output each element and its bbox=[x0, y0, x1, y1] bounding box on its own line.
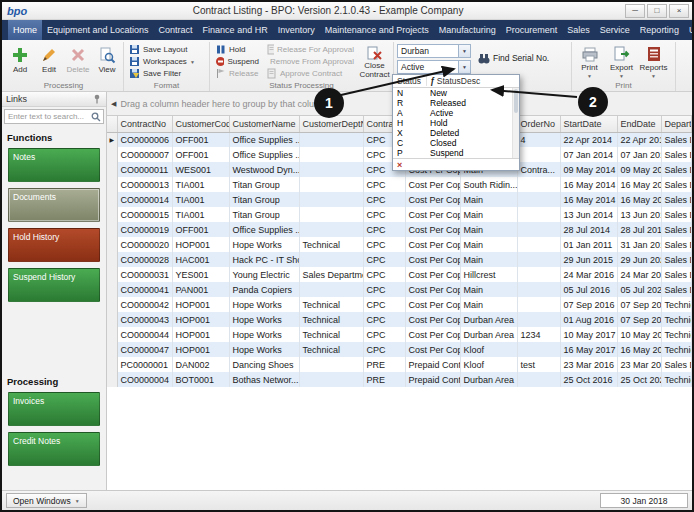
collapse-panel-arrow-icon[interactable]: ◀ bbox=[111, 100, 116, 108]
search-icon[interactable] bbox=[91, 112, 101, 122]
cell-contracttypedesc: Cost Per Copy bbox=[405, 177, 460, 192]
table-row[interactable]: PC0000001 DAN002 Dancing Shoes PRE Prepa… bbox=[107, 357, 692, 372]
table-row[interactable]: CO0000028 HAC001 Hack PC - IT Shop CPC C… bbox=[107, 252, 692, 267]
cell-enddate: 22 Apr 2019 bbox=[617, 132, 661, 147]
tab-contract[interactable]: Contract bbox=[154, 20, 198, 40]
cell-location: Main bbox=[460, 237, 517, 252]
ribbon-tab-bar: Home Equipment and Locations Contract Fi… bbox=[2, 20, 692, 40]
table-row[interactable]: CO0000047 HOP001 Hope Works Technical CP… bbox=[107, 342, 692, 357]
sidebar-item-suspend-history[interactable]: Suspend History bbox=[8, 268, 100, 302]
chevron-down-icon: ▼ bbox=[651, 73, 656, 79]
cell-customercode: HOP001 bbox=[172, 237, 229, 252]
sidebar-item-notes[interactable]: Notes bbox=[8, 148, 100, 182]
column-header-enddate[interactable]: EndDate bbox=[617, 116, 661, 132]
cell-enddate: 28 Jul 2019 bbox=[617, 222, 661, 237]
cell-customercode: WES001 bbox=[172, 162, 229, 177]
workspaces-button[interactable]: Workspaces ▼ bbox=[127, 56, 197, 67]
print-button[interactable]: Print ▼ bbox=[575, 44, 604, 79]
open-windows-button[interactable]: Open Windows ▼ bbox=[6, 493, 87, 508]
column-header-customerdeptname[interactable]: CustomerDeptName bbox=[299, 116, 363, 132]
cell-startdate: 05 Jul 2016 bbox=[560, 282, 617, 297]
site-combo[interactable]: Durban ▼ bbox=[397, 44, 471, 58]
close-button[interactable]: × bbox=[669, 4, 689, 18]
column-header-orderno[interactable]: OrderNo bbox=[517, 116, 560, 132]
cell-location: Main bbox=[460, 252, 517, 267]
status-column-header[interactable]: Status bbox=[393, 76, 427, 86]
edit-button[interactable]: Edit bbox=[36, 44, 62, 79]
row-indicator-cell bbox=[107, 147, 117, 162]
table-row[interactable]: CO0000019 OFF001 Office Supplies ... CPC… bbox=[107, 222, 692, 237]
cell-department: Sales De... bbox=[661, 132, 692, 147]
status-option[interactable]: X Deleted bbox=[393, 128, 519, 138]
view-button[interactable]: View bbox=[94, 44, 120, 79]
column-header-startdate[interactable]: StartDate bbox=[560, 116, 617, 132]
cell-customername: Hope Works bbox=[229, 237, 299, 252]
tab-procurement[interactable]: Procurement bbox=[501, 20, 563, 40]
chevron-down-icon[interactable]: ▼ bbox=[458, 61, 470, 73]
cell-startdate: 25 Oct 2016 bbox=[560, 372, 617, 387]
sidebar-item-credit-notes[interactable]: Credit Notes bbox=[8, 432, 100, 466]
status-option[interactable]: P Suspend bbox=[393, 148, 519, 158]
table-row[interactable]: CO0000004 BOT0001 Bothas Networ... PRE P… bbox=[107, 372, 692, 387]
status-combo[interactable]: Active ▼ bbox=[397, 60, 471, 74]
status-option[interactable]: H Hold bbox=[393, 118, 519, 128]
table-row[interactable]: CO0000015 TIA001 Titan Group CPC Cost Pe… bbox=[107, 207, 692, 222]
table-row[interactable]: CO0000042 HOP001 Hope Works Technical CP… bbox=[107, 297, 692, 312]
view-label: View bbox=[98, 65, 115, 74]
date-field[interactable]: 30 Jan 2018 bbox=[600, 493, 688, 508]
save-filter-button[interactable]: Save Filter bbox=[127, 68, 197, 79]
links-search-box bbox=[4, 109, 104, 124]
suspend-button[interactable]: Suspend bbox=[213, 56, 261, 67]
group-label-processing: Processing bbox=[4, 80, 123, 91]
tab-finance-and-hr[interactable]: Finance and HR bbox=[198, 20, 273, 40]
status-option[interactable]: A Active bbox=[393, 108, 519, 118]
column-header-contractno[interactable]: ContractNo bbox=[117, 116, 172, 132]
status-option[interactable]: N New bbox=[393, 88, 519, 98]
cell-customerdeptname bbox=[299, 357, 363, 372]
search-input[interactable] bbox=[5, 112, 91, 121]
export-button[interactable]: Export ▼ bbox=[607, 44, 636, 79]
tab-reporting[interactable]: Reporting bbox=[635, 20, 684, 40]
tab-manufacturing[interactable]: Manufacturing bbox=[434, 20, 501, 40]
popup-scrollbar[interactable] bbox=[512, 88, 519, 158]
cell-contracttype: PRE bbox=[363, 372, 405, 387]
sidebar-item-invoices[interactable]: Invoices bbox=[8, 392, 100, 426]
add-button[interactable]: Add bbox=[7, 44, 33, 79]
close-contract-button[interactable]: Close Contract bbox=[359, 44, 390, 79]
table-row[interactable]: CO0000041 PAN001 Panda Copiers CPC Cost … bbox=[107, 282, 692, 297]
minimize-button[interactable]: ─ bbox=[625, 4, 645, 18]
column-header-customercode[interactable]: CustomerCode bbox=[172, 116, 229, 132]
find-serial-no-button[interactable]: Find Serial No. bbox=[475, 51, 552, 65]
column-header-department[interactable]: Departm... bbox=[661, 116, 692, 132]
suspend-label: Suspend bbox=[227, 57, 259, 66]
status-option[interactable]: C Closed bbox=[393, 138, 519, 148]
tab-service[interactable]: Service bbox=[595, 20, 635, 40]
table-row[interactable]: CO0000013 TIA001 Titan Group CPC Cost Pe… bbox=[107, 177, 692, 192]
tab-home[interactable]: Home bbox=[8, 20, 42, 40]
maximize-button[interactable]: □ bbox=[647, 4, 667, 18]
table-row[interactable]: CO0000014 TIA001 Titan Group CPC Cost Pe… bbox=[107, 192, 692, 207]
save-layout-button[interactable]: Save Layout bbox=[127, 44, 197, 55]
table-row[interactable]: CO0000043 HOP001 Hope Works Technical CP… bbox=[107, 312, 692, 327]
table-row[interactable]: CO0000031 YES001 Young Electric Sales De… bbox=[107, 267, 692, 282]
hold-button[interactable]: Hold bbox=[213, 44, 261, 55]
status-option[interactable]: R Released bbox=[393, 98, 519, 108]
table-row[interactable]: CO0000044 HOP001 Hope Works Technical CP… bbox=[107, 327, 692, 342]
tab-equipment-and-locations[interactable]: Equipment and Locations bbox=[42, 20, 154, 40]
pin-icon[interactable] bbox=[92, 94, 102, 104]
table-row[interactable]: CO0000020 HOP001 Hope Works Technical CP… bbox=[107, 237, 692, 252]
column-header-customername[interactable]: CustomerName bbox=[229, 116, 299, 132]
tab-utilities[interactable]: Utilities bbox=[684, 20, 694, 40]
scrollbar-thumb[interactable] bbox=[514, 89, 518, 113]
reports-button[interactable]: Reports ▼ bbox=[639, 44, 668, 79]
cell-contracttype: CPC bbox=[363, 342, 405, 357]
sidebar-item-documents[interactable]: Documents bbox=[8, 188, 100, 222]
statusdesc-column-header[interactable]: StatusDesc bbox=[437, 76, 480, 86]
tab-maintenance-and-projects[interactable]: Maintenance and Projects bbox=[320, 20, 434, 40]
chevron-down-icon[interactable]: ▼ bbox=[458, 45, 470, 57]
cell-contracttypedesc: Cost Per Copy bbox=[405, 327, 460, 342]
tab-inventory[interactable]: Inventory bbox=[273, 20, 320, 40]
tab-sales[interactable]: Sales bbox=[562, 20, 595, 40]
sidebar-item-hold-history[interactable]: Hold History bbox=[8, 228, 100, 262]
clear-filter-button[interactable]: × bbox=[393, 158, 519, 170]
